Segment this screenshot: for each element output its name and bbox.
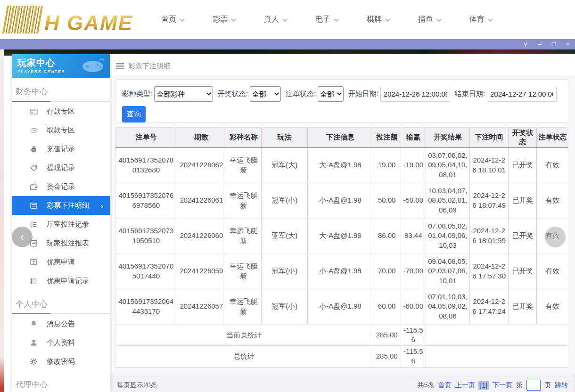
query-button[interactable]: 查询 (122, 106, 146, 122)
prev-page-link[interactable]: 上一页 (455, 381, 475, 390)
withdraw-tag-icon (30, 164, 38, 172)
nav-item-chess[interactable]: 棋牌 (367, 15, 389, 24)
bet-detail-icon (30, 202, 38, 210)
section-divider (12, 313, 110, 314)
bell-icon (30, 320, 38, 328)
gamepad-icon (81, 57, 105, 74)
nav-item-home[interactable]: 首页 (161, 15, 183, 24)
end-date-input[interactable] (487, 87, 557, 102)
sidebar-item-lottery-bet-detail[interactable]: 彩票下注明细 › (12, 196, 110, 215)
chevron-down-icon (180, 16, 185, 21)
section-title-finance: 财务中心 (12, 78, 110, 101)
draw-status-label: 开奖状态: (218, 90, 248, 98)
chevron-right-icon: › (101, 202, 103, 210)
site-header: H GAME 首页 彩票 真人 电子 棋牌 捕鱼 体育 (0, 0, 575, 39)
next-page-link[interactable]: 下一页 (493, 381, 512, 390)
nav-item-slots[interactable]: 电子 (315, 15, 337, 24)
window-minimize-icon[interactable]: – (533, 39, 547, 49)
sidebar-item-funds-record[interactable]: 资金记录 (12, 177, 110, 196)
jump-button[interactable]: 跳转 (555, 381, 568, 390)
page-summary-row: 当前页统计 285.00 -115.56 (115, 324, 568, 346)
bet-table: 注单号 期数 彩种名称 玩法 下注信息 投注额 输赢 开奖结果 下注时间 开奖状… (115, 128, 568, 368)
chevron-down-icon (385, 16, 390, 21)
scroll-left-arrow[interactable]: ‹ (12, 227, 33, 247)
page-title: 彩票下注明细 (128, 62, 171, 71)
section-title-personal: 个人中心 (12, 290, 110, 313)
scroll-right-arrow[interactable]: › (545, 227, 566, 247)
sidebar-header: 玩家中心 PLAYERS CENTER (12, 54, 110, 78)
section-title-agent: 代理中心 (12, 371, 110, 392)
sidebar-item-profile[interactable]: 个人资料 (12, 333, 110, 352)
start-date-label: 开始日期: (348, 90, 378, 98)
window-dropdown-icon[interactable]: ∨ (518, 39, 533, 49)
sidebar-item-withdraw-record[interactable]: 提现记录 (12, 158, 110, 177)
lottery-type-select[interactable]: 全部彩种 (154, 86, 213, 102)
table-row: 401569173520766978560 20241226061 幸运飞艇新 … (115, 183, 568, 218)
recharge-bag-icon: $ (30, 145, 38, 153)
end-date-label: 结束日期: (455, 90, 485, 98)
funds-wallet-icon (30, 183, 38, 191)
promo-apply-icon (30, 258, 38, 266)
order-status-label: 注单状态: (286, 90, 316, 98)
sidebar: 玩家中心 PLAYERS CENTER 财务中心 存款专区 取款专区 $ 充值记… (12, 54, 110, 392)
page-jump-input[interactable] (526, 380, 541, 391)
table-row: 401569173520780132680 20241226062 幸运飞艇新 … (115, 147, 568, 183)
chevron-down-icon (282, 16, 288, 21)
desktop-wallpaper-strip (0, 49, 4, 392)
table-row: 401569173520731950510 20241226060 幸运飞艇新 … (115, 218, 568, 253)
jump-suffix-label: 页 (544, 381, 551, 390)
draw-status-select[interactable]: 全部 (250, 86, 281, 102)
chevron-down-icon (231, 16, 236, 21)
sidebar-item-withdraw-zone[interactable]: 取款专区 (12, 121, 110, 139)
logo-text: H GAME (44, 13, 133, 33)
main-nav: 首页 彩票 真人 电子 棋牌 捕鱼 体育 (161, 15, 492, 24)
pagination-bar: 每页显示20条 共5条 首页 上一页 [1] 下一页 第 页 跳转 (110, 374, 575, 392)
hamburger-icon[interactable] (116, 63, 124, 69)
first-page-link[interactable]: 首页 (438, 381, 451, 390)
chevron-down-icon (334, 16, 339, 21)
table-header-row: 注单号 期数 彩种名称 玩法 下注信息 投注额 输赢 开奖结果 下注时间 开奖状… (115, 128, 568, 147)
filter-panel: 彩种类型: 全部彩种 开奖状态: 全部 注单状态: 全部 开始日期: 结束日期:… (115, 79, 568, 122)
order-status-select[interactable]: 全部 (318, 86, 344, 102)
chevron-down-icon (436, 16, 442, 21)
logo: H GAME (5, 6, 141, 33)
main-content: 彩票下注明细 彩种类型: 全部彩种 开奖状态: 全部 注单状态: 全部 开始日期… (110, 54, 575, 392)
window-maximize-icon[interactable]: □ (547, 39, 561, 49)
gear-icon (30, 358, 38, 366)
nav-item-fishing[interactable]: 捕鱼 (418, 15, 440, 24)
page-size-label: 每页显示20条 (117, 381, 157, 390)
bet-table-panel: 注单号 期数 彩种名称 玩法 下注信息 投注额 输赢 开奖结果 下注时间 开奖状… (115, 127, 568, 368)
table-row: 401569173520705017440 20241226059 幸运飞艇新 … (115, 253, 568, 289)
deposit-card-icon (30, 107, 38, 115)
section-divider (12, 101, 110, 102)
chevron-down-icon (488, 16, 493, 21)
table-row: 401569173520644435170 20241226057 幸运飞艇新 … (115, 289, 568, 324)
logo-stripes-icon (2, 6, 44, 33)
total-summary-label: 总统计 (115, 346, 373, 368)
start-date-input[interactable] (380, 87, 450, 102)
sidebar-item-promo-record[interactable]: 优惠申请记录 (12, 271, 110, 290)
withdraw-hand-icon (30, 126, 38, 134)
sidebar-item-announcements[interactable]: 消息公告 (12, 314, 110, 333)
user-icon (30, 339, 38, 347)
sidebar-item-deposit[interactable]: 存款专区 (12, 102, 110, 121)
jump-prefix-label: 第 (516, 381, 523, 390)
window-close-icon[interactable]: × (561, 39, 575, 49)
current-page-badge: [1] (478, 381, 489, 390)
nav-item-lottery[interactable]: 彩票 (213, 15, 235, 24)
total-summary-row: 总统计 285.00 -115.56 (115, 346, 568, 368)
breadcrumb: 彩票下注明细 (110, 54, 575, 75)
window-titlebar: ∨ – □ × (0, 39, 575, 49)
sidebar-item-change-password[interactable]: 修改密码 (12, 352, 110, 371)
sidebar-item-promo-apply[interactable]: 优惠申请 (12, 253, 110, 271)
total-count-label: 共5条 (418, 381, 435, 390)
nav-item-sports[interactable]: 体育 (469, 15, 492, 24)
page: H GAME 首页 彩票 真人 电子 棋牌 捕鱼 体育 ∨ – □ × 彩票下注… (0, 0, 575, 392)
promo-record-icon (30, 277, 38, 285)
lottery-type-label: 彩种类型: (122, 90, 152, 98)
sidebar-item-recharge-record[interactable]: $ 充值记录 (12, 139, 110, 158)
page-summary-label: 当前页统计 (115, 324, 373, 346)
nav-item-live[interactable]: 真人 (264, 15, 286, 24)
hall-bet-icon (30, 220, 38, 229)
